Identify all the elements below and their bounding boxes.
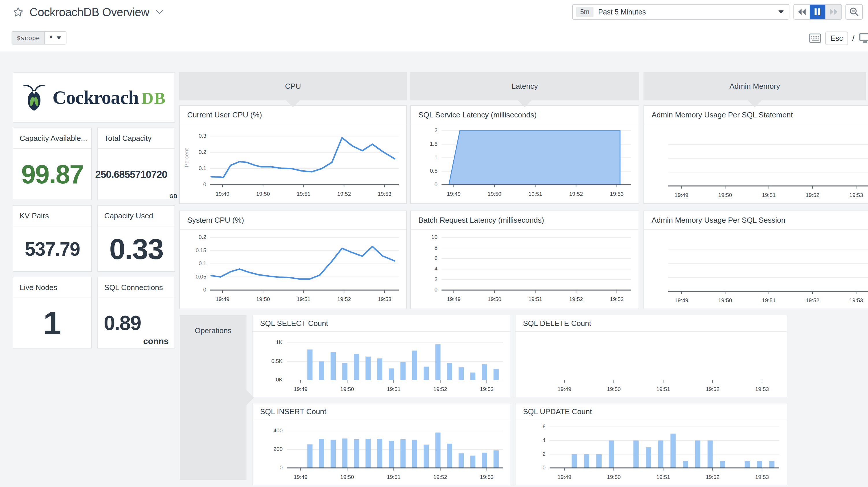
chart-title: Admin Memory Usage Per SQL Statement (644, 106, 868, 124)
svg-text:19:50: 19:50 (256, 296, 270, 302)
dashboard-title-row: CockroachDB Overview (13, 4, 164, 20)
svg-text:1.5: 1.5 (430, 141, 437, 147)
svg-text:19:52: 19:52 (569, 191, 583, 197)
metric-value: 99.87 (21, 161, 83, 188)
fast-forward-button[interactable] (825, 5, 841, 19)
esc-button[interactable]: Esc (825, 31, 848, 45)
svg-text:19:50: 19:50 (488, 296, 502, 302)
chart-plot-area[interactable]: 19:4919:5019:5119:5219:53 (516, 332, 787, 397)
svg-text:19:53: 19:53 (755, 474, 769, 480)
metric-card-kv-pairs: KV Pairs 537.79 (13, 205, 92, 272)
pause-button[interactable] (810, 5, 825, 19)
svg-text:19:52: 19:52 (433, 474, 447, 480)
svg-text:19:50: 19:50 (256, 191, 270, 197)
svg-text:19:49: 19:49 (216, 296, 229, 302)
svg-text:0.1: 0.1 (199, 165, 206, 171)
chart-title: System CPU (%) (180, 211, 406, 230)
group-label: Operations (180, 315, 246, 335)
top-bar: CockroachDB Overview 5m Past 5 Minutes (0, 0, 868, 52)
chart-plot-area[interactable]: 024619:4919:5019:5119:5219:53 (516, 420, 787, 485)
svg-text:400: 400 (273, 427, 283, 433)
pause-icon (814, 8, 821, 16)
time-range-picker[interactable]: 5m Past 5 Minutes (572, 4, 789, 20)
chart-plot-area[interactable]: 020040019:4919:5019:5119:5219:53 (252, 420, 510, 485)
metric-value: 1 (43, 307, 61, 339)
svg-text:19:50: 19:50 (340, 386, 354, 392)
svg-text:0: 0 (434, 181, 437, 188)
dashboard-page: CockroachDB Overview 5m Past 5 Minutes (0, 0, 868, 487)
svg-text:19:52: 19:52 (569, 296, 583, 302)
metric-value: 250.6855710720 (95, 169, 167, 179)
chart-plot-area[interactable]: 00.050.10.150.219:4919:5019:5119:5219:53 (180, 229, 406, 309)
cockroachdb-logo-card: CockroachDB (13, 72, 175, 123)
svg-text:19:49: 19:49 (558, 474, 571, 480)
svg-text:0: 0 (203, 181, 206, 188)
svg-text:19:49: 19:49 (558, 386, 571, 392)
chart-plot-area[interactable]: 19:4919:5019:5119:5219:53 (644, 124, 868, 203)
chart-plot-area[interactable]: 00.10.20.319:4919:5019:5119:5219:53Perce… (180, 124, 406, 203)
metric-value: 537.79 (25, 239, 80, 259)
svg-text:19:53: 19:53 (480, 474, 494, 480)
dropdown-caret-icon (778, 10, 784, 13)
svg-text:19:53: 19:53 (755, 386, 769, 392)
metric-card-capacity-used: Capacity Used 0.33 (97, 205, 175, 272)
group-label: Admin Memory (730, 82, 780, 91)
svg-text:19:51: 19:51 (528, 191, 542, 197)
zoom-out-button[interactable] (845, 4, 863, 20)
svg-text:19:52: 19:52 (337, 296, 351, 302)
chart-title: SQL UPDATE Count (516, 403, 787, 420)
metric-title: Capacity Used (98, 206, 175, 226)
svg-text:1: 1 (434, 154, 437, 161)
svg-text:0.3: 0.3 (199, 133, 206, 139)
group-label: CPU (285, 82, 301, 91)
svg-text:19:51: 19:51 (762, 192, 776, 198)
monitor-icon[interactable] (859, 32, 868, 44)
chart-plot-area[interactable]: 024681019:4919:5019:5119:5219:53 (411, 229, 639, 309)
svg-text:19:52: 19:52 (806, 297, 819, 303)
svg-text:19:52: 19:52 (706, 474, 719, 480)
svg-text:19:49: 19:49 (447, 296, 461, 302)
metric-title: Capacity Available... (13, 128, 91, 149)
svg-text:200: 200 (273, 446, 283, 452)
chart-title: SQL DELETE Count (516, 315, 787, 332)
logo-wordmark: Cockroach (53, 87, 139, 108)
chart-panel-sql-service-latency: SQL Service Latency (milliseconds) 00.51… (410, 105, 639, 204)
svg-text:19:50: 19:50 (488, 191, 502, 197)
metric-title: Live Nodes (13, 277, 91, 298)
svg-text:19:51: 19:51 (387, 386, 401, 392)
svg-text:0: 0 (542, 464, 546, 470)
svg-text:0.2: 0.2 (199, 234, 206, 240)
svg-text:Percent: Percent (184, 148, 190, 167)
chart-panel-sql-delete-count: SQL DELETE Count 19:4919:5019:5119:5219:… (515, 315, 787, 397)
metric-card-total-capacity: Total Capacity 250.6855710720GB (97, 127, 175, 200)
fast-forward-icon (829, 7, 839, 16)
chart-plot-area[interactable]: 0K0.5K1K19:4919:5019:5119:5219:53 (252, 332, 510, 397)
svg-text:19:49: 19:49 (675, 297, 688, 303)
rewind-button[interactable] (794, 5, 810, 19)
metric-unit: conns (143, 336, 168, 346)
svg-text:19:53: 19:53 (849, 192, 863, 198)
svg-text:0.5: 0.5 (430, 168, 437, 174)
metric-title: SQL Connections (98, 277, 175, 298)
logo-suffix: DB (142, 89, 166, 108)
star-icon[interactable] (13, 7, 24, 18)
chart-plot-area[interactable]: 19:4919:5019:5119:5219:53 (644, 229, 868, 309)
scope-label: $scope (12, 32, 45, 44)
dropdown-caret-icon (57, 36, 61, 39)
svg-text:19:49: 19:49 (294, 386, 308, 392)
metric-value: 0.33 (109, 234, 163, 263)
group-header-operations: Operations (180, 315, 246, 480)
metric-card-live-nodes: Live Nodes 1 (13, 277, 92, 348)
svg-text:19:51: 19:51 (528, 296, 542, 302)
svg-text:19:53: 19:53 (378, 296, 392, 302)
metric-title: KV Pairs (13, 206, 91, 226)
chevron-down-icon[interactable] (155, 9, 164, 15)
svg-text:6: 6 (542, 423, 546, 429)
chart-plot-area[interactable]: 00.511.5219:4919:5019:5119:5219:53 (411, 124, 639, 203)
group-header-admin-memory: Admin Memory (644, 72, 866, 101)
svg-text:2: 2 (434, 127, 437, 133)
metric-title: Total Capacity (98, 128, 175, 149)
chart-panel-admin-memory-statement: Admin Memory Usage Per SQL Statement 19:… (644, 105, 868, 204)
scope-template-variable[interactable]: $scope * (11, 31, 66, 45)
svg-text:19:52: 19:52 (706, 386, 719, 392)
